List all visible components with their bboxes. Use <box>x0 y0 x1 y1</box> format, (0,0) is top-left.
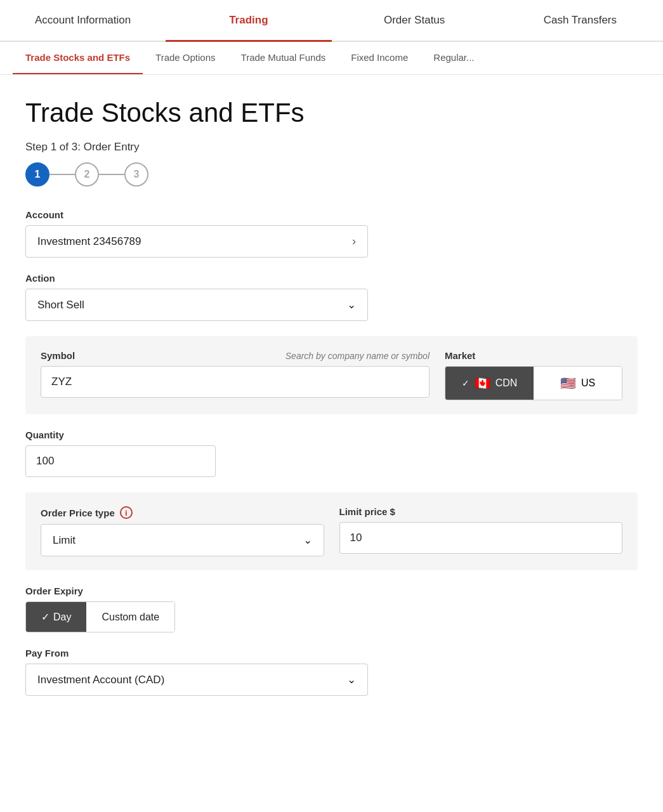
expiry-custom-button[interactable]: Custom date <box>86 602 174 632</box>
subnav-trade-mutual-funds[interactable]: Trade Mutual Funds <box>228 42 339 74</box>
symbol-col: Symbol Search by company name or symbol <box>41 350 430 398</box>
us-flag-icon: 🇺🇸 <box>560 376 576 391</box>
market-label: Market <box>445 350 622 361</box>
price-type-value: Limit <box>53 534 75 547</box>
market-cdn-button[interactable]: ✓ 🇨🇦 CDN <box>445 367 534 400</box>
account-label: Account <box>25 209 638 220</box>
expiry-toggle: ✓ Day Custom date <box>25 601 175 632</box>
market-toggle: ✓ 🇨🇦 CDN 🇺🇸 US <box>445 366 622 400</box>
nav-order-status[interactable]: Order Status <box>332 0 497 41</box>
nav-trading[interactable]: Trading <box>166 0 331 41</box>
step-label: Step 1 of 3: Order Entry <box>25 141 638 154</box>
chevron-down-icon-pay: ⌄ <box>347 673 356 686</box>
market-col: Market ✓ 🇨🇦 CDN 🇺🇸 US <box>445 350 622 400</box>
action-section: Action Short Sell ⌄ <box>25 273 638 321</box>
pay-from-label: Pay From <box>25 648 638 658</box>
action-dropdown[interactable]: Short Sell ⌄ <box>25 289 368 321</box>
info-icon[interactable]: i <box>120 506 133 519</box>
check-day-icon: ✓ <box>41 611 49 623</box>
quantity-label: Quantity <box>25 429 638 440</box>
step-line-1 <box>49 174 75 175</box>
main-content: Trade Stocks and ETFs Step 1 of 3: Order… <box>0 75 663 737</box>
order-price-section: Order Price type i Limit ⌄ Limit price $ <box>25 492 638 570</box>
chevron-down-icon-price: ⌄ <box>303 534 312 547</box>
symbol-hint: Search by company name or symbol <box>286 351 430 361</box>
sub-nav: Trade Stocks and ETFs Trade Options Trad… <box>0 42 663 75</box>
symbol-input[interactable] <box>41 366 430 398</box>
day-label: Day <box>53 612 71 623</box>
limit-price-col: Limit price $ <box>339 506 623 554</box>
step-2-circle: 2 <box>75 162 99 187</box>
nav-cash-transfers[interactable]: Cash Transfers <box>497 0 663 41</box>
action-value: Short Sell <box>37 299 84 311</box>
subnav-trade-options[interactable]: Trade Options <box>143 42 228 74</box>
limit-price-input[interactable] <box>339 522 623 554</box>
subnav-fixed-income[interactable]: Fixed Income <box>338 42 421 74</box>
page-title: Trade Stocks and ETFs <box>25 98 638 128</box>
subnav-trade-stocks[interactable]: Trade Stocks and ETFs <box>13 42 143 74</box>
order-expiry-section: Order Expiry ✓ Day Custom date <box>25 586 638 632</box>
pay-from-section: Pay From Investment Account (CAD) ⌄ <box>25 648 638 696</box>
us-label: US <box>581 377 595 389</box>
expiry-day-button[interactable]: ✓ Day <box>26 602 86 632</box>
step-1-circle: 1 <box>25 162 49 187</box>
check-icon: ✓ <box>462 378 469 388</box>
order-price-col: Order Price type i Limit ⌄ <box>41 506 324 556</box>
account-section: Account Investment 23456789 › <box>25 209 638 258</box>
market-us-button[interactable]: 🇺🇸 US <box>534 367 622 400</box>
nav-account-information[interactable]: Account Information <box>0 0 166 41</box>
step-line-2 <box>99 174 124 175</box>
price-type-dropdown[interactable]: Limit ⌄ <box>41 524 324 556</box>
chevron-down-icon: ⌄ <box>347 298 356 311</box>
step-3-circle: 3 <box>124 162 148 187</box>
account-value: Investment 23456789 <box>37 235 141 248</box>
subnav-regular[interactable]: Regular... <box>421 42 487 74</box>
chevron-right-icon: › <box>352 235 356 248</box>
symbol-market-section: Symbol Search by company name or symbol … <box>25 336 638 414</box>
action-label: Action <box>25 273 638 284</box>
pay-from-dropdown[interactable]: Investment Account (CAD) ⌄ <box>25 664 368 696</box>
pay-from-value: Investment Account (CAD) <box>37 674 164 686</box>
quantity-section: Quantity <box>25 429 638 477</box>
custom-date-label: Custom date <box>102 612 159 623</box>
order-expiry-label: Order Expiry <box>25 586 638 596</box>
symbol-label: Symbol <box>41 350 75 361</box>
cdn-flag-icon: 🇨🇦 <box>475 376 490 391</box>
order-price-label: Order Price type <box>41 508 115 518</box>
quantity-input[interactable] <box>25 445 216 477</box>
limit-price-label: Limit price $ <box>339 506 623 517</box>
top-nav: Account Information Trading Order Status… <box>0 0 663 42</box>
step-indicator: 1 2 3 <box>25 162 638 187</box>
account-selector[interactable]: Investment 23456789 › <box>25 225 368 258</box>
cdn-label: CDN <box>496 377 518 389</box>
